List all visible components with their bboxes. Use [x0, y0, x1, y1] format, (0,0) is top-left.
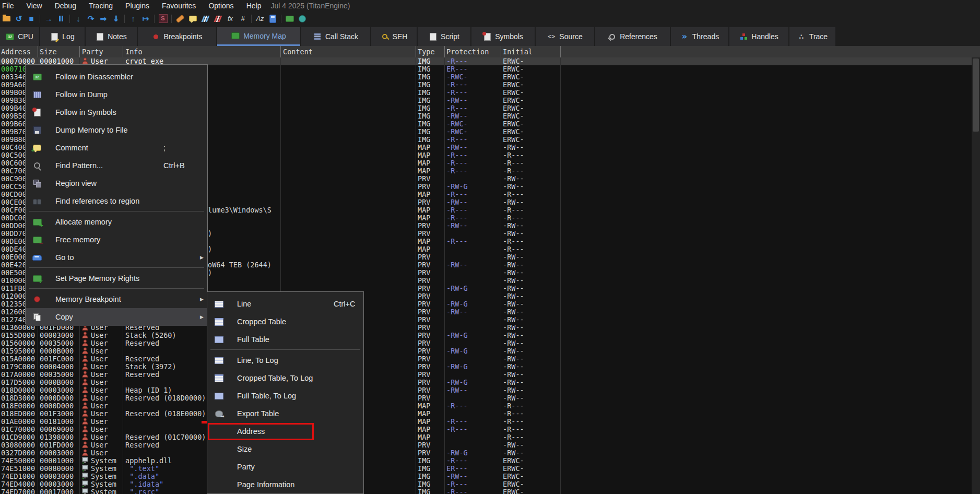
binoculars-icon [32, 196, 42, 206]
table-row[interactable]: 74E5100000080000System ".text"IMGER---ER… [0, 465, 972, 473]
patch-icon[interactable] [174, 13, 186, 25]
copy-submenu-item-full-table-to-log[interactable]: Full Table, To Log [207, 387, 363, 405]
column-header-content[interactable]: Content [283, 46, 313, 57]
stop-icon[interactable]: ■ [25, 13, 38, 25]
context-menu-item-free-memory[interactable]: −Free memory [26, 231, 207, 249]
vertical-scrollbar[interactable] [972, 57, 980, 494]
context-menu-item-region-view[interactable]: Region view [26, 174, 207, 192]
run-to-user-code-icon[interactable]: ↦ [139, 13, 152, 25]
table-row[interactable]: 018D30000000D000UserReserved (018D0000)P… [0, 394, 972, 402]
table-row[interactable]: 015950000000B000UserPRV-RW-G-RW-- [0, 347, 972, 355]
memory-icon[interactable] [284, 13, 296, 25]
table-row[interactable]: 74E5000000001000Systemapphelp.dllIMG-R--… [0, 457, 972, 465]
table-row[interactable]: 74ED700000017000System ".rsrc"IMG-R---ER… [0, 488, 972, 494]
tab-script[interactable]: Script [418, 27, 470, 46]
table-row[interactable]: 01CD900001398000UserReserved (01C70000)M… [0, 433, 972, 441]
tab-handles[interactable]: Handles [729, 27, 788, 46]
tab-references[interactable]: References [595, 27, 670, 46]
context-menu-item-copy[interactable]: Copy▶ [26, 308, 207, 326]
copy-submenu-item-size[interactable]: Size [207, 440, 363, 458]
run-icon[interactable]: → [42, 13, 55, 25]
tab-cpu[interactable]: 32CPU [0, 27, 39, 46]
table-row[interactable]: 0156000000035000UserReservedPRV-RW-- [0, 339, 972, 347]
table-row[interactable]: 018D000000003000UserHeap (ID 1)PRV-RW---… [0, 386, 972, 394]
copy-submenu-item-line-to-log[interactable]: Line, To Log [207, 351, 363, 369]
table-row[interactable]: 74ED400000003000System ".idata"IMG-R---E… [0, 480, 972, 488]
tab-trace[interactable]: ∴Trace [789, 27, 835, 46]
copy-submenu-item-export-table[interactable]: Export Table [207, 405, 363, 422]
table-row[interactable]: 018E00000000D000UserMAP-R----R--- [0, 402, 972, 410]
script-badge-icon[interactable]: S [157, 13, 169, 25]
tab-call-stack[interactable]: Call Stack [301, 27, 370, 46]
column-header-protection[interactable]: Protection [446, 46, 489, 57]
table-row[interactable]: 015A0000001FC000UserReservedPRV-RW-- [0, 355, 972, 363]
highlight-red-icon[interactable] [211, 13, 224, 25]
copy-submenu-item-line[interactable]: LineCtrl+C [207, 295, 363, 313]
column-header-address[interactable]: Address [1, 46, 31, 57]
column-header-type[interactable]: Type [418, 46, 435, 57]
table-row[interactable]: 0155D00000003000UserStack (5260)PRV-RW-G… [0, 332, 972, 339]
context-menu-item-set-page-memory-rights[interactable]: ✓Set Page Memory Rights [26, 269, 207, 287]
context-menu-item-go-to[interactable]: Go to▶ [26, 249, 207, 266]
column-header-initial[interactable]: Initial [503, 46, 533, 57]
step-into-icon[interactable]: ↓ [72, 13, 85, 25]
context-menu-item-follow-in-symbols[interactable]: Follow in Symbols [26, 103, 207, 121]
menubar-item-tracing[interactable]: Tracing [82, 0, 119, 11]
copy-submenu-item-party[interactable]: Party [207, 458, 363, 476]
comment-icon[interactable] [186, 13, 199, 25]
menubar-item-plugins[interactable]: Plugins [119, 0, 156, 11]
font-icon[interactable]: Aᴢ [254, 13, 266, 25]
table-row[interactable]: 01AE000000181000UserMAP-R----R--- [0, 418, 972, 426]
context-menu-item-allocate-memory[interactable]: +Allocate memory [26, 213, 207, 231]
table-row[interactable]: 017A000000035000UserReservedPRV-RW-- [0, 371, 972, 379]
tab-log[interactable]: Log [40, 27, 85, 46]
table-row[interactable]: 03080000001FD000UserReservedPRV-RW-- [0, 441, 972, 449]
fx-icon[interactable]: fx [224, 13, 237, 25]
open-file-icon[interactable] [0, 13, 13, 25]
context-menu-item-follow-in-dump[interactable]: Follow in Dump [26, 86, 207, 103]
context-menu-item-follow-in-disassembler[interactable]: 32Follow in Disassembler [26, 68, 207, 86]
menubar-item-favourites[interactable]: Favourites [156, 0, 202, 11]
tab-breakpoints[interactable]: Breakpoints [138, 27, 216, 46]
restart-icon[interactable]: ↺ [13, 13, 25, 25]
copy-submenu-item-page-information[interactable]: Page Information [207, 476, 363, 493]
tab-notes[interactable]: Notes [86, 27, 137, 46]
copy-submenu-item-cropped-table[interactable]: Cropped Table [207, 313, 363, 331]
step-over-icon[interactable]: ↷ [85, 13, 97, 25]
hash-icon[interactable]: # [237, 13, 249, 25]
copy-submenu-item-cropped-table-to-log[interactable]: Cropped Table, To Log [207, 369, 363, 387]
table-row[interactable]: 018ED000001F3000UserReserved (018E0000)M… [0, 410, 972, 418]
column-header-info[interactable]: Info [125, 46, 143, 57]
tab-seh[interactable]: SEH [371, 27, 417, 46]
calculator-icon[interactable] [266, 13, 279, 25]
context-menu-item-find-pattern[interactable]: Find Pattern...Ctrl+B [26, 157, 207, 174]
menubar-item-options[interactable]: Options [202, 0, 240, 11]
menubar-item-debug[interactable]: Debug [49, 0, 82, 11]
scrollbar-thumb[interactable] [973, 58, 979, 132]
menubar-item-file[interactable]: File [0, 0, 20, 11]
table-row[interactable]: 017D50000000B000UserPRV-RW-G-RW-- [0, 379, 972, 386]
column-header-party[interactable]: Party [82, 46, 103, 57]
context-menu-item-comment[interactable]: +Comment; [26, 139, 207, 157]
highlight-blue-icon[interactable] [199, 13, 211, 25]
column-header-size[interactable]: Size [40, 46, 57, 57]
copy-submenu-item-full-table[interactable]: Full Table [207, 331, 363, 348]
tab-memory-map[interactable]: Memory Map [217, 27, 300, 46]
menubar-item-view[interactable]: View [20, 0, 49, 11]
run-to-icon[interactable]: ⇒ [97, 13, 110, 25]
table-row[interactable]: 0179C00000004000UserStack (3972)PRV-RW-G… [0, 363, 972, 371]
table-row[interactable]: 01C7000000069000UserMAP-R----R--- [0, 426, 972, 433]
context-menu-item-dump-memory-to-file[interactable]: Dump Memory to File [26, 121, 207, 139]
tab-threads[interactable]: »Threads [671, 27, 728, 46]
run-up-icon[interactable]: ↑ [127, 13, 139, 25]
step-out-icon[interactable]: ⇓ [110, 13, 122, 25]
pause-icon[interactable] [55, 13, 67, 25]
tab-symbols[interactable]: Symbols [471, 27, 535, 46]
globe-icon[interactable] [296, 13, 309, 25]
context-menu-item-find-references-to-region[interactable]: Find references to region [26, 192, 207, 210]
tab-source[interactable]: <>Source [536, 27, 594, 46]
table-row[interactable]: 74ED100000003000System ".data"IMG-RW--ER… [0, 473, 972, 480]
table-row[interactable]: 0327D00000003000UserPRV-RW-G-RW-- [0, 449, 972, 457]
menubar-item-help[interactable]: Help [240, 0, 268, 11]
context-menu-item-memory-breakpoint[interactable]: Memory Breakpoint▶ [26, 290, 207, 308]
